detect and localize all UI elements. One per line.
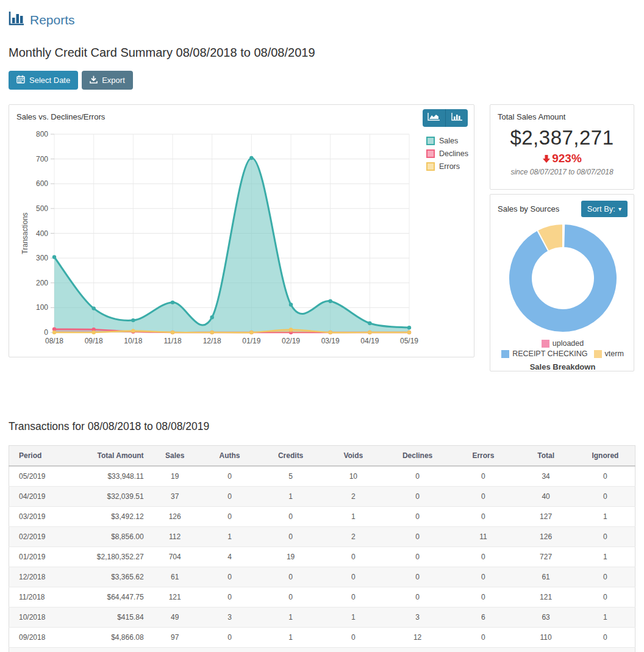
table-cell: 09/2018 — [9, 628, 65, 648]
export-button[interactable]: Export — [82, 71, 133, 90]
total-sales-amount: $2,387,271 — [498, 126, 626, 149]
table-cell: 37 — [150, 487, 200, 507]
column-header-ignored: Ignored — [576, 446, 635, 467]
transactions-heading: Transactions for 08/08/2018 to 08/08/201… — [9, 420, 634, 433]
sales-change-indicator: 923% — [498, 152, 626, 165]
svg-text:01/19: 01/19 — [242, 337, 260, 345]
main-content: Sales vs. Declines/Errors — [9, 104, 634, 371]
table-cell: 10/2018 — [9, 607, 65, 628]
table-row: 03/2019$3,492.12126001001271 — [9, 507, 635, 527]
table-cell: 2 — [322, 527, 385, 547]
table-cell: 0 — [450, 487, 516, 507]
legend-item-declines[interactable]: Declines — [426, 149, 468, 158]
legend-label: Errors — [439, 162, 460, 171]
table-cell: 0 — [385, 567, 451, 587]
table-cell: 02/2019 — [9, 527, 65, 547]
table-cell: 0 — [385, 487, 451, 507]
legend-label: RECEIPT CHECKING — [512, 349, 587, 358]
donut-legend-item-vterm[interactable]: vterm — [594, 349, 624, 358]
table-cell: 49 — [150, 607, 200, 628]
table-cell: 0 — [450, 587, 516, 607]
svg-text:0: 0 — [44, 328, 48, 337]
table-cell: $32,039.51 — [65, 487, 150, 507]
table-cell: 63 — [516, 607, 576, 628]
table-cell: 08/2018 — [9, 648, 65, 652]
table-row: 04/2019$32,039.513701200400 — [9, 487, 635, 507]
svg-text:600: 600 — [36, 179, 48, 188]
arrow-down-icon — [542, 154, 551, 163]
table-cell: 12/2018 — [9, 567, 65, 587]
svg-text:800: 800 — [36, 130, 48, 138]
app-header: Reports — [9, 11, 634, 29]
sources-card-header: Sales by Sources Sort By: ▾ — [498, 201, 628, 217]
table-cell: 0 — [322, 547, 385, 567]
legend-swatch — [426, 137, 435, 145]
donut-legend: uploadedRECEIPT CHECKINGvterm — [498, 339, 628, 358]
table-row: 08/2018$55,491.113041301303210 — [9, 648, 635, 652]
table-row: 11/2018$64,447.75121000001210 — [9, 587, 635, 607]
svg-text:12/18: 12/18 — [203, 337, 221, 345]
column-header-total: Total — [516, 446, 576, 467]
table-cell: 03/2019 — [9, 507, 65, 527]
table-cell: 126 — [516, 527, 576, 547]
column-header-total-amount: Total Amount — [65, 446, 150, 467]
table-cell: 19 — [150, 466, 200, 487]
table-cell: 0 — [322, 587, 385, 607]
sales-chart-panel: Sales vs. Declines/Errors — [9, 104, 474, 357]
table-cell: 304 — [150, 648, 200, 652]
column-header-period: Period — [9, 446, 65, 467]
table-cell: $64,447.75 — [65, 587, 150, 607]
svg-text:400: 400 — [36, 229, 48, 238]
column-header-voids: Voids — [322, 446, 385, 467]
svg-text:10/18: 10/18 — [124, 337, 142, 345]
svg-text:500: 500 — [36, 204, 48, 213]
legend-label: vterm — [605, 349, 624, 358]
table-cell: 12 — [385, 628, 451, 648]
table-cell: 0 — [322, 628, 385, 648]
donut-legend-item-uploaded[interactable]: uploaded — [542, 339, 584, 348]
table-cell: 13 — [385, 648, 451, 652]
table-cell: 1 — [322, 507, 385, 527]
table-cell: 727 — [516, 547, 576, 567]
table-cell: 126 — [150, 507, 200, 527]
transactions-table-header: PeriodTotal AmountSalesAuthsCreditsVoids… — [9, 446, 635, 467]
table-cell: 1 — [576, 607, 635, 628]
table-cell: 0 — [450, 466, 516, 487]
table-cell: 121 — [516, 587, 576, 607]
legend-item-sales[interactable]: Sales — [426, 137, 468, 145]
table-cell: 1 — [259, 607, 322, 628]
table-cell: 04/2019 — [9, 487, 65, 507]
svg-text:05/19: 05/19 — [400, 337, 418, 345]
table-cell: 0 — [450, 628, 516, 648]
table-cell: 0 — [259, 587, 322, 607]
table-cell: 3 — [259, 648, 322, 652]
right-column: Total Sales Amount $2,387,271 923% since… — [490, 104, 634, 371]
table-cell: 0 — [322, 648, 385, 652]
table-cell: 10 — [322, 466, 385, 487]
table-cell: 1 — [200, 527, 260, 547]
table-cell: 6 — [450, 607, 516, 628]
donut-legend-item-receipt-checking[interactable]: RECEIPT CHECKING — [501, 349, 587, 358]
table-cell: $55,491.11 — [65, 648, 150, 652]
table-cell: 0 — [200, 567, 260, 587]
table-cell: 1 — [200, 648, 260, 652]
legend-label: Sales — [439, 137, 458, 145]
table-cell: 112 — [150, 527, 200, 547]
table-cell: 0 — [450, 547, 516, 567]
table-cell: 0 — [385, 587, 451, 607]
legend-item-errors[interactable]: Errors — [426, 162, 468, 171]
table-row: 05/2019$33,948.1119051000340 — [9, 466, 635, 487]
sales-by-sources-card: Sales by Sources Sort By: ▾ uploadedRECE… — [490, 194, 634, 371]
donut-chart-wrap — [498, 218, 628, 338]
sort-by-dropdown-button[interactable]: Sort By: ▾ — [581, 201, 628, 217]
legend-label: Declines — [439, 149, 468, 158]
table-cell: 5 — [259, 466, 322, 487]
table-cell: 3 — [200, 607, 260, 628]
table-cell: 1 — [576, 507, 635, 527]
select-date-button[interactable]: Select Date — [9, 71, 78, 90]
table-cell: 0 — [385, 507, 451, 527]
table-row: 01/2019$2,180,352.277044190007271 — [9, 547, 635, 567]
table-cell: 0 — [385, 547, 451, 567]
table-cell: 0 — [450, 507, 516, 527]
comparison-period-note: since 08/07/2017 to 08/07/2018 — [498, 168, 626, 176]
